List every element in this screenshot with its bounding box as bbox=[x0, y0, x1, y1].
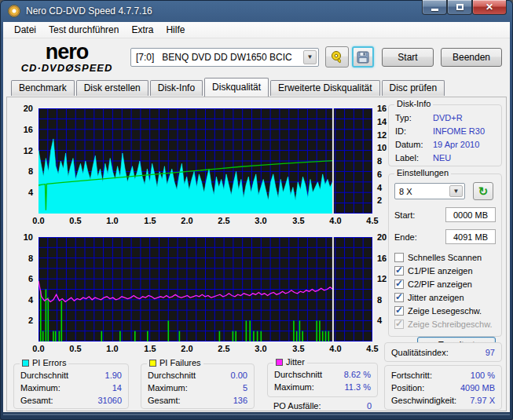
pie-max-label: Maximum: bbox=[20, 382, 60, 394]
checkbox-box bbox=[394, 320, 404, 329]
disk-date-label: Datum: bbox=[395, 138, 433, 152]
end-position-input[interactable]: 4091 MB bbox=[445, 229, 496, 244]
position-value: 4090 MB bbox=[460, 382, 495, 394]
menu-extra[interactable]: Extra bbox=[125, 23, 159, 37]
disk-type-label: Typ: bbox=[395, 111, 433, 125]
checkbox-label: Schnelles Scannen bbox=[408, 253, 482, 262]
checkbox-box bbox=[394, 253, 404, 262]
nero-logo-text: nero bbox=[8, 42, 126, 63]
tab-diskqualitaet[interactable]: Diskqualität bbox=[204, 78, 269, 97]
pie-max-value: 14 bbox=[112, 382, 122, 394]
pif-total-label: Gesamt: bbox=[148, 394, 181, 407]
checkbox-c1-pie-anzeigen[interactable]: C1/PIE anzeigen bbox=[394, 264, 496, 277]
quality-index-box: Qualitätsindex:97 bbox=[384, 342, 502, 362]
jitter-stats-box: Jitter Durchschnitt8.62 % Maximum:11.3 % bbox=[267, 363, 378, 397]
speed-select-value: 8 X bbox=[399, 187, 412, 196]
title-bar: Nero CD-DVD Speed 4.7.7.16 ✕ bbox=[0, 0, 513, 22]
quality-index-value: 97 bbox=[486, 346, 495, 359]
eject-button[interactable] bbox=[325, 46, 349, 68]
app-window: Nero CD-DVD Speed 4.7.7.16 ✕ Datei Test … bbox=[0, 0, 513, 420]
chevron-down-icon[interactable]: ▼ bbox=[449, 185, 463, 197]
minimize-button[interactable] bbox=[422, 0, 447, 15]
pi-errors-chart bbox=[38, 108, 372, 214]
pi-errors-title-text: PI Errors bbox=[32, 358, 66, 367]
drive-select[interactable]: [7:0] BENQ DVD DD DW1650 BCIC ▼ bbox=[130, 48, 319, 67]
maximize-button[interactable] bbox=[447, 0, 472, 15]
pif-max-label: Maximum: bbox=[148, 382, 188, 394]
jitter-max-value: 11.3 % bbox=[345, 381, 371, 393]
jitter-avg-value: 8.62 % bbox=[344, 368, 371, 381]
speed-label: Geschwindigkeit: bbox=[391, 394, 456, 407]
checkbox-box bbox=[394, 306, 404, 316]
quality-index-label: Qualitätsindex: bbox=[391, 346, 449, 359]
disk-date-value: 19 Apr 2010 bbox=[433, 138, 479, 152]
checkbox-c2-pif-anzeigen[interactable]: C2/PIF anzeigen bbox=[394, 277, 496, 290]
tab-benchmark[interactable]: Benchmark bbox=[11, 80, 75, 96]
tab-erweiterte-diskqualitaet[interactable]: Erweiterte Diskqualität bbox=[270, 80, 379, 96]
pi-errors-stats-title: PI Errors bbox=[20, 358, 68, 367]
jitter-title-text: Jitter bbox=[286, 357, 305, 367]
end-position-label: Ende: bbox=[394, 232, 417, 242]
tab-disc-pruefen[interactable]: Disc prüfen bbox=[382, 80, 445, 96]
menu-bar: Datei Test durchführen Extra Hilfe bbox=[3, 22, 510, 38]
pif-max-value: 5 bbox=[243, 382, 247, 394]
pi-errors-stats-box: PI Errors Durchschnitt1.90 Maximum:14 Ge… bbox=[13, 363, 129, 409]
tab-disk-info[interactable]: Disk-Info bbox=[150, 80, 203, 96]
close-button[interactable]: ✕ bbox=[472, 0, 507, 15]
client-area: Datei Test durchführen Extra Hilfe nero … bbox=[3, 22, 510, 412]
maximize-icon bbox=[456, 4, 464, 10]
chevron-down-icon[interactable]: ▼ bbox=[303, 50, 317, 64]
pi-failures-jitter-chart-canvas bbox=[38, 237, 372, 341]
pie-avg-label: Durchschnitt bbox=[20, 369, 68, 382]
nero-logo: nero CD·DVDØSPEED bbox=[8, 42, 126, 73]
quit-button[interactable]: Beenden bbox=[441, 48, 502, 67]
speed-value: 7.97 X bbox=[470, 394, 495, 407]
save-button[interactable] bbox=[352, 46, 374, 68]
position-label: Position: bbox=[391, 382, 424, 394]
pi-failures-stats-title: PI Failures bbox=[147, 358, 203, 367]
pif-avg-value: 0.00 bbox=[231, 369, 247, 382]
disk-id-value: INFOME R30 bbox=[433, 125, 485, 138]
po-failures-row: PO Ausfälle: 0 bbox=[267, 400, 378, 412]
cddvd-speed-logo-text: CD·DVDØSPEED bbox=[8, 63, 126, 73]
save-icon bbox=[357, 51, 369, 64]
bottom-chart-left-axis: 108642 bbox=[7, 237, 35, 341]
pie-avg-value: 1.90 bbox=[105, 369, 122, 382]
checkbox-box bbox=[394, 293, 404, 302]
window-title: Nero CD-DVD Speed 4.7.7.16 bbox=[26, 5, 152, 16]
checkbox-box bbox=[394, 279, 404, 289]
jitter-stats-title: Jitter bbox=[273, 357, 307, 367]
settings-checkboxes: Schnelles Scannen C1/PIE anzeigen C2/PIF… bbox=[394, 250, 496, 331]
disk-type-value: DVD+R bbox=[433, 111, 463, 125]
po-failures-value: 0 bbox=[367, 400, 372, 412]
settings-title: Einstellungen bbox=[394, 168, 451, 177]
checkbox-zeige-lesegeschw[interactable]: Zeige Lesegeschw. bbox=[394, 304, 496, 317]
start-button[interactable]: Start bbox=[382, 48, 434, 67]
pi-failures-title-text: PI Failures bbox=[159, 358, 201, 367]
pi-failures-color-swatch bbox=[149, 360, 156, 367]
minimize-icon bbox=[431, 9, 438, 11]
menu-datei[interactable]: Datei bbox=[8, 23, 42, 37]
window-controls: ✕ bbox=[422, 0, 507, 15]
pi-errors-color-swatch bbox=[22, 360, 29, 367]
checkbox-label: Zeige Lesegeschw. bbox=[408, 306, 482, 316]
disk-info-box: Disk-Info Typ:DVD+R ID:INFOME R30 Datum:… bbox=[388, 104, 502, 166]
checkbox-box bbox=[394, 266, 404, 276]
checkbox-label: C1/PIE anzeigen bbox=[408, 266, 473, 276]
checkbox-label: Jitter anzeigen bbox=[408, 293, 464, 302]
speed-select[interactable]: 8 X ▼ bbox=[394, 183, 465, 199]
menu-test-durchfuehren[interactable]: Test durchführen bbox=[42, 23, 125, 37]
toolbar: nero CD·DVDØSPEED [7:0] BENQ DVD DD DW16… bbox=[3, 38, 510, 75]
refresh-button[interactable]: ↻ bbox=[473, 182, 493, 200]
checkbox-schnelles-scannen[interactable]: Schnelles Scannen bbox=[394, 250, 496, 264]
jitter-color-swatch bbox=[276, 359, 283, 366]
bottom-chart-x-axis: 0.00.51.01.52.02.53.03.54.04.5 bbox=[38, 344, 372, 354]
tab-bar: Benchmark Disk erstellen Disk-Info Diskq… bbox=[3, 75, 510, 96]
pif-avg-label: Durchschnitt bbox=[148, 369, 196, 382]
checkbox-zeige-schreibgeschw[interactable]: Zeige Schreibgeschw. bbox=[394, 317, 496, 331]
checkbox-jitter-anzeigen[interactable]: Jitter anzeigen bbox=[394, 290, 496, 304]
menu-hilfe[interactable]: Hilfe bbox=[159, 23, 191, 37]
start-position-input[interactable]: 0000 MB bbox=[445, 207, 496, 222]
checkbox-label: Zeige Schreibgeschw. bbox=[408, 320, 493, 329]
tab-disk-erstellen[interactable]: Disk erstellen bbox=[76, 80, 148, 96]
